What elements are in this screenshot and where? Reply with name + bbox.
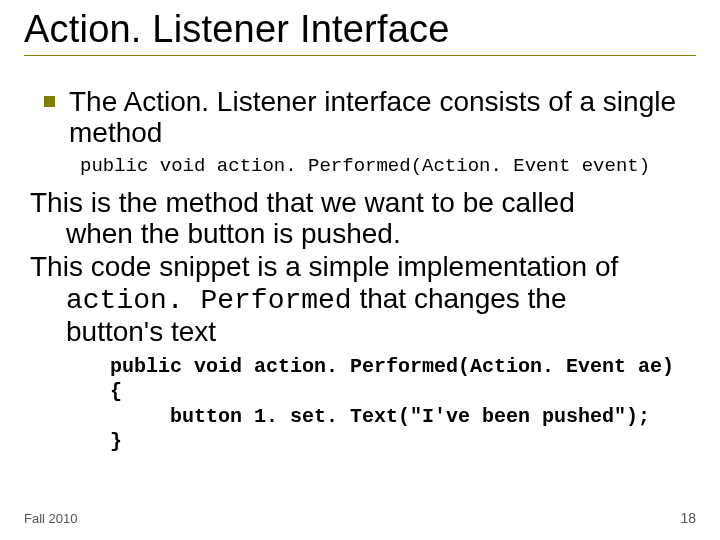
slide-body: The Action. Listener interface consists … <box>30 86 690 454</box>
code-signature: public void action. Performed(Action. Ev… <box>80 155 690 177</box>
para2-line2: action. Performed that changes the <box>30 283 566 314</box>
para2-line3: button's text <box>30 316 216 347</box>
para2-line2-rest: that changes the <box>352 283 567 314</box>
para2-line1: This code snippet is a simple implementa… <box>30 251 618 282</box>
slide-number: 18 <box>680 510 696 526</box>
code-l1: public void action. Performed(Action. Ev… <box>110 355 674 378</box>
bullet-text: The Action. Listener interface consists … <box>69 86 690 149</box>
paragraph-2: This code snippet is a simple implementa… <box>30 251 690 347</box>
code-l3: button 1. set. Text("I've been pushed"); <box>110 405 650 428</box>
code-block: public void action. Performed(Action. Ev… <box>110 354 690 454</box>
bullet-item: The Action. Listener interface consists … <box>44 86 690 149</box>
title-area: Action. Listener Interface <box>24 8 696 56</box>
paragraph-1: This is the method that we want to be ca… <box>30 187 690 250</box>
para1-line1: This is the method that we want to be ca… <box>30 187 575 218</box>
code-l4: } <box>110 430 122 453</box>
inline-code: action. Performed <box>66 285 352 316</box>
square-bullet-icon <box>44 96 55 107</box>
footer-date: Fall 2010 <box>24 511 77 526</box>
slide-title: Action. Listener Interface <box>24 8 696 51</box>
para1-line2: when the button is pushed. <box>30 218 401 249</box>
slide: Action. Listener Interface The Action. L… <box>0 0 720 540</box>
title-underline <box>24 55 696 56</box>
code-l2: { <box>110 380 122 403</box>
